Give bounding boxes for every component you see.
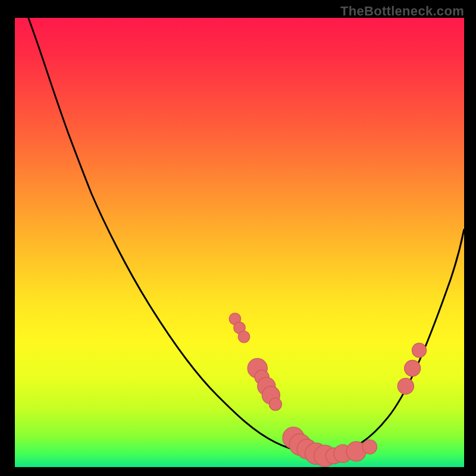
marker-group	[229, 313, 426, 466]
data-marker	[362, 440, 377, 454]
data-marker	[238, 331, 250, 343]
curve-layer	[15, 18, 464, 467]
chart-area	[15, 18, 464, 467]
data-marker	[269, 398, 281, 411]
data-marker	[405, 360, 421, 376]
data-marker	[397, 378, 414, 394]
watermark-text: TheBottleneck.com	[340, 4, 464, 19]
data-marker	[412, 343, 426, 358]
